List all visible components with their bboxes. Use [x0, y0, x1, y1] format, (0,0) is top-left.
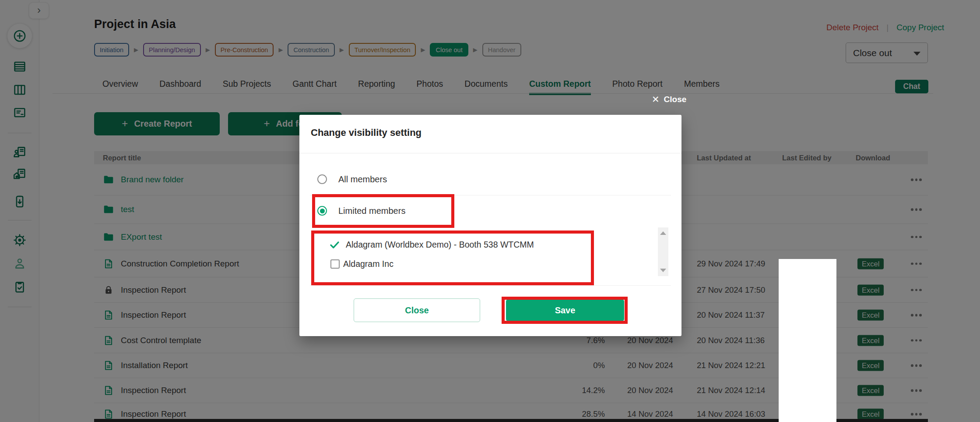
radio-option-limited-members[interactable]: Limited members — [299, 201, 606, 220]
modal-divider — [310, 195, 671, 195]
close-x-icon: ✕ — [652, 94, 660, 105]
radio-option-all-members[interactable]: All members — [299, 170, 606, 189]
modal-divider — [299, 153, 681, 153]
scroll-up-icon[interactable] — [660, 231, 666, 235]
member-option-checked[interactable]: Aldagram (Worldbex Demo) - Booth 538 WTC… — [329, 239, 534, 251]
radio-unselected-icon — [317, 174, 327, 184]
member-label: Aldagram (Worldbex Demo) - Booth 538 WTC… — [346, 240, 534, 250]
radio-selected-icon — [317, 206, 327, 216]
checkmark-icon — [329, 239, 341, 251]
member-list-scrollbar[interactable] — [658, 227, 668, 276]
modal-title: Change visibility setting — [311, 127, 422, 138]
close-label: Close — [664, 95, 687, 104]
visibility-modal: Change visibility setting All members Li… — [299, 115, 681, 336]
scroll-down-icon[interactable] — [660, 269, 666, 272]
radio-label: Limited members — [338, 206, 405, 216]
close-button[interactable]: Close — [354, 298, 480, 322]
app-window: › Project in Asia Delete Project | Copy … — [0, 0, 980, 422]
radio-label: All members — [338, 174, 387, 184]
member-option-unchecked[interactable]: Aldagram Inc — [330, 259, 393, 269]
member-label: Aldagram Inc — [343, 259, 393, 269]
modal-divider — [310, 285, 671, 286]
checkbox-empty-icon — [330, 259, 340, 269]
modal-close-button[interactable]: ✕ Close — [652, 94, 686, 105]
save-button[interactable]: Save — [506, 299, 624, 321]
redaction-rectangle — [779, 259, 836, 422]
